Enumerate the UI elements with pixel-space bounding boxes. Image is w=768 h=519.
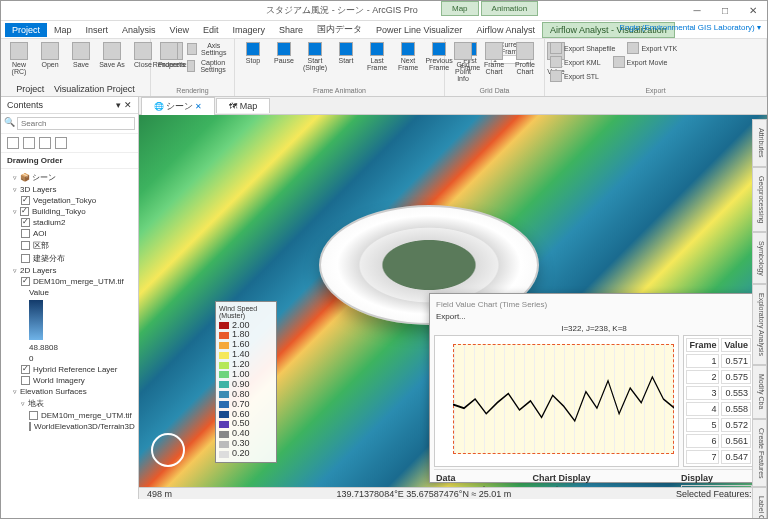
toc-layer[interactable]: 区部 (5, 239, 134, 252)
toc-source-icon[interactable] (23, 137, 35, 149)
toc-group[interactable]: ▿3D Layers (5, 184, 134, 195)
renderers-button[interactable]: Renderers (155, 41, 183, 86)
ribbon-render-label: Rendering (155, 86, 230, 94)
compass-icon[interactable] (151, 433, 185, 467)
ribbon-btn[interactable]: Save (67, 41, 95, 83)
table-of-contents: ▿📦 シーン▿3D LayersVegetation_Tokyo▿Buildin… (1, 169, 138, 499)
ribbon-btn[interactable]: Start (Single) (301, 41, 329, 86)
toc-layer[interactable]: WorldElevation3D/Terrain3D (5, 421, 134, 432)
context-tab-map[interactable]: Map (441, 1, 479, 16)
dock-tab[interactable]: Exploratory Analysis (752, 284, 767, 365)
map-area: 🌐 シーン ✕ 🗺 Map Wind Speed (Muster) 2.001.… (139, 97, 767, 499)
context-tab-group: Map Animation (441, 1, 538, 16)
dock-tab[interactable]: Symbology (752, 232, 767, 285)
minimize-button[interactable]: ─ (683, 1, 711, 21)
menu-domestic-data[interactable]: 国内データ (310, 21, 369, 38)
axis-settings-button[interactable]: Axis Settings (186, 41, 230, 57)
ribbon-btn[interactable]: Stop (239, 41, 267, 86)
ribbon-btn[interactable]: Frame Chart (480, 41, 508, 86)
search-input[interactable] (17, 117, 135, 130)
ribbon-frameanim-group: StopPauseStart (Single)StartLast FrameNe… (235, 39, 445, 96)
ribbon: New (RC)OpenSaveSave AsCloseProperties P… (1, 39, 767, 97)
contents-title: Contents (7, 100, 43, 110)
menu-view[interactable]: View (163, 23, 196, 37)
right-dock-tabs: AttributesGeoprocessingSymbologyExplorat… (752, 119, 767, 519)
toc-layer[interactable]: DEM10m_merge_UTM.tif (5, 276, 134, 287)
toc-layer[interactable]: 建築分布 (5, 252, 134, 265)
ribbon-project-group: New (RC)OpenSaveSave AsCloseProperties P… (1, 39, 151, 96)
menu-analysis[interactable]: Analysis (115, 23, 163, 37)
ribbon-btn[interactable]: New (RC) (5, 41, 33, 83)
toc-layer[interactable]: ▿地表 (5, 397, 134, 410)
menu-airflow[interactable]: Airflow Analyst (469, 23, 542, 37)
status-bar: 498 m 139.71378084°E 35.67587476°N ≈ 25.… (139, 487, 767, 499)
maximize-button[interactable]: □ (711, 1, 739, 21)
toc-layer[interactable]: Vegetation_Tokyo (5, 195, 134, 206)
chart-data-table: FrameValue 10.57120.57530.55340.55850.57… (683, 335, 754, 467)
menu-share[interactable]: Share (272, 23, 310, 37)
ribbon-btn[interactable]: Open (36, 41, 64, 83)
ribbon-btn[interactable]: Last Frame (363, 41, 391, 86)
ribbon-btn[interactable]: Save As (98, 41, 126, 83)
ribbon-frameanim-label: Frame Animation (239, 86, 440, 94)
chart-header: Field Value Chart (Time Series) (434, 298, 754, 311)
toc-list-icon[interactable] (7, 137, 19, 149)
ribbon-btn[interactable]: Next Frame (394, 41, 422, 86)
ribbon-btn[interactable]: Profile Chart (511, 41, 539, 86)
context-tab-animation[interactable]: Animation (481, 1, 539, 16)
drawing-order-header: Drawing Order (1, 153, 138, 169)
menu-edit[interactable]: Edit (196, 23, 226, 37)
toc-group[interactable]: ▿Elevation Surfaces (5, 386, 134, 397)
toc-layer[interactable]: AOI (5, 228, 134, 239)
dock-tab[interactable]: Label Class (752, 487, 767, 519)
chart-plot[interactable] (434, 335, 679, 467)
status-selection: Selected Features: 0 (676, 489, 759, 499)
map-canvas[interactable]: Wind Speed (Muster) 2.001.801.601.401.20… (139, 115, 767, 487)
workspace: Contents▾ ✕ 🔍 Drawing Order ▿📦 シーン▿3D La… (1, 97, 767, 499)
chartdisp-section-label: Chart Display (533, 473, 675, 483)
ribbon-btn[interactable]: Grid Point Info (449, 41, 477, 86)
menu-imagery[interactable]: Imagery (225, 23, 272, 37)
status-coords: 139.71378084°E 35.67587476°N ≈ 25.01 m (337, 489, 512, 499)
panel-menu-icon[interactable]: ▾ ✕ (116, 100, 132, 110)
toc-layer[interactable]: DEM10m_merge_UTM.tif (5, 410, 134, 421)
menu-powerline[interactable]: Power Line Visualizer (369, 23, 469, 37)
toc-layer[interactable]: Hybrid Reference Layer (5, 364, 134, 375)
dock-tab[interactable]: Create Features (752, 419, 767, 488)
ribbon-render-group: Renderers Axis Settings Caption Settings… (151, 39, 235, 96)
status-scale: 498 m (147, 489, 172, 499)
dock-tab[interactable]: Geoprocessing (752, 167, 767, 232)
close-button[interactable]: ✕ (739, 1, 767, 21)
ribbon-export-group: Export ShapefileExport VTKExport KMLExpo… (545, 39, 767, 96)
chart-export-link[interactable]: Export... (434, 311, 754, 322)
ribbon-export-label: Export (549, 86, 762, 94)
legend-title: Wind Speed (Muster) (219, 305, 273, 319)
menu-insert[interactable]: Insert (79, 23, 116, 37)
caption-settings-button[interactable]: Caption Settings (186, 58, 230, 74)
ribbon-viz-label: Visualization Project (54, 84, 135, 94)
signin-link[interactable]: Engis (Environmental GIS Laboratory) ▾ (620, 23, 761, 32)
chart-panel[interactable]: Field Value Chart (Time Series) Export..… (429, 293, 759, 483)
toc-root[interactable]: ▿📦 シーン (5, 171, 134, 184)
toc-layer[interactable]: stadium2 (5, 217, 134, 228)
ribbon-btn[interactable]: Start (332, 41, 360, 86)
toc-group[interactable]: ▿2D Layers (5, 265, 134, 276)
toc-layer[interactable]: World Imagery (5, 375, 134, 386)
view-tab-scene[interactable]: 🌐 シーン ✕ (141, 97, 215, 115)
dock-tab[interactable]: Attributes (752, 119, 767, 167)
toc-edit-icon[interactable] (55, 137, 67, 149)
menu-project[interactable]: Project (5, 23, 47, 37)
ribbon-griddata-group: Grid Point InfoFrame ChartProfile ChartP… (445, 39, 545, 96)
search-icon: 🔍 (4, 117, 15, 130)
toc-group[interactable]: ▿Building_Tokyo (5, 206, 134, 217)
ribbon-griddata-label: Grid Data (449, 86, 540, 94)
menu-map[interactable]: Map (47, 23, 79, 37)
view-tabs: 🌐 シーン ✕ 🗺 Map (139, 97, 767, 115)
view-tab-map[interactable]: 🗺 Map (216, 98, 270, 113)
toc-select-icon[interactable] (39, 137, 51, 149)
wind-speed-legend: Wind Speed (Muster) 2.001.801.601.401.20… (215, 301, 277, 463)
dock-tab[interactable]: Modify Cba (752, 365, 767, 418)
contents-panel: Contents▾ ✕ 🔍 Drawing Order ▿📦 シーン▿3D La… (1, 97, 139, 499)
data-section-label: Data (436, 473, 527, 483)
ribbon-btn[interactable]: Pause (270, 41, 298, 86)
